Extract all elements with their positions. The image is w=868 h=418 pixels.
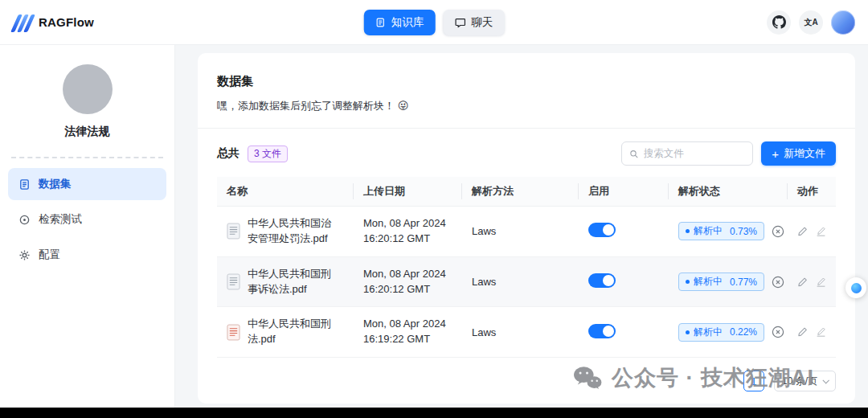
config-gear-icon	[18, 249, 31, 261]
sidebar-item-retrieval-test-label: 检索测试	[39, 212, 82, 227]
chevron-down-icon	[822, 377, 829, 383]
wink-emoji: 😜	[398, 100, 409, 112]
parse-status-badge: 解析中 0.77%	[678, 273, 764, 291]
header-actions: 文A	[767, 10, 855, 35]
enable-switch[interactable]	[588, 273, 616, 288]
nav-chat[interactable]: 聊天	[443, 10, 504, 35]
page-title: 数据集	[217, 74, 836, 89]
rename-icon[interactable]	[816, 326, 826, 338]
table-row: 中华人民共和国刑事诉讼法.pdf Mon, 08 Apr 2024 16:20:…	[217, 256, 836, 307]
cancel-circle-icon	[772, 276, 784, 289]
status-dot-icon	[686, 229, 690, 233]
col-parse-method: 解析方法	[462, 177, 579, 207]
parse-status-badge: 解析中 0.73%	[678, 222, 764, 240]
dataset-card: 数据集 嘿，添加数据集后别忘了调整解析块！ 😜 总共 3 文件	[198, 53, 855, 404]
status-percent: 0.77%	[730, 277, 757, 288]
watermark: 公众号 · 技术狂潮AI	[572, 363, 814, 392]
status-label: 解析中	[694, 275, 723, 289]
parse-method[interactable]: Laws	[472, 276, 496, 288]
add-file-button-label: 新增文件	[784, 146, 825, 161]
github-icon	[772, 15, 786, 29]
sidebar-item-dataset-label: 数据集	[39, 177, 72, 191]
file-name[interactable]: 中华人民共和国治安管理处罚法.pdf	[248, 216, 341, 247]
sidebar-menu: 数据集 检索测试 配置	[0, 168, 174, 271]
sidebar-item-dataset[interactable]: 数据集	[8, 168, 166, 200]
sidebar: 法律法规 数据集 检索测试 配置	[0, 45, 175, 408]
upload-date: Mon, 08 Apr 2024 16:20:12 GMT	[363, 267, 452, 297]
col-enabled: 启用	[579, 177, 669, 207]
bottom-bar	[0, 408, 868, 418]
cancel-parse-button[interactable]	[772, 225, 784, 238]
status-dot-icon	[686, 330, 690, 334]
table-row: 中华人民共和国治安管理处罚法.pdf Mon, 08 Apr 2024 16:2…	[217, 207, 836, 257]
sidebar-item-retrieval-test[interactable]: 检索测试	[8, 203, 166, 236]
col-upload-date: 上传日期	[354, 177, 462, 207]
file-name[interactable]: 中华人民共和国刑法.pdf	[248, 317, 341, 347]
search-input[interactable]	[644, 148, 746, 159]
table-header-row: 名称 上传日期 解析方法 启用 解析状态 动作	[217, 177, 836, 207]
watermark-text: 公众号 · 技术狂潮AI	[612, 363, 814, 392]
cancel-parse-button[interactable]	[772, 276, 784, 289]
helper-dot-icon	[851, 283, 862, 293]
sidebar-item-config-label: 配置	[39, 248, 60, 262]
app-header: RAGFlow 知识库 聊天 文A	[0, 0, 868, 45]
enable-switch[interactable]	[588, 324, 616, 338]
parse-method[interactable]: Laws	[472, 326, 496, 338]
nav-knowledge-base-label: 知识库	[391, 15, 424, 30]
status-label: 解析中	[694, 326, 723, 339]
pdf-file-icon	[227, 223, 240, 240]
col-name: 名称	[217, 177, 354, 207]
edit-icon[interactable]	[797, 277, 808, 288]
cancel-circle-icon	[772, 225, 784, 238]
wechat-icon	[572, 365, 603, 391]
floating-helper-button[interactable]	[845, 277, 866, 298]
status-dot-icon	[686, 280, 690, 284]
toolbar-right: + 新增文件	[621, 141, 836, 166]
ragflow-logo-icon	[14, 13, 31, 32]
rename-icon[interactable]	[816, 226, 826, 237]
cancel-circle-icon	[772, 326, 784, 338]
language-button[interactable]: 文A	[799, 10, 823, 35]
chat-icon	[454, 17, 465, 28]
card-divider	[198, 128, 855, 129]
brand-name: RAGFlow	[39, 15, 94, 29]
add-file-button[interactable]: + 新增文件	[761, 141, 836, 166]
brand: RAGFlow	[0, 13, 94, 32]
toolbar: 总共 3 文件 + 新增文件	[217, 141, 836, 166]
user-avatar[interactable]	[831, 10, 855, 35]
status-label: 解析中	[694, 224, 723, 238]
search-icon	[629, 149, 638, 159]
page-subtitle-text: 嘿，添加数据集后别忘了调整解析块！	[217, 100, 395, 112]
github-button[interactable]	[767, 10, 791, 35]
pdf-file-icon	[227, 273, 240, 290]
parse-method[interactable]: Laws	[472, 225, 496, 237]
file-name[interactable]: 中华人民共和国刑事诉讼法.pdf	[248, 267, 341, 297]
dataset-icon	[18, 178, 31, 191]
plus-icon: +	[772, 148, 779, 160]
pdf-file-icon	[227, 324, 240, 341]
nav-knowledge-base[interactable]: 知识库	[364, 10, 436, 35]
edit-icon[interactable]	[797, 226, 808, 237]
sidebar-divider	[11, 157, 163, 158]
files-table: 名称 上传日期 解析方法 启用 解析状态 动作	[217, 177, 836, 358]
main-nav: 知识库 聊天	[364, 10, 505, 35]
file-count-badge: 3 文件	[248, 145, 288, 162]
language-icon: 文A	[804, 17, 817, 28]
total-label: 总共	[217, 146, 240, 161]
sidebar-item-config[interactable]: 配置	[8, 239, 166, 271]
rename-icon[interactable]	[816, 277, 826, 288]
enable-switch[interactable]	[588, 223, 616, 237]
kb-name: 法律法规	[0, 125, 174, 139]
nav-chat-label: 聊天	[471, 15, 493, 30]
page-subtitle: 嘿，添加数据集后别忘了调整解析块！ 😜	[217, 99, 836, 113]
col-parse-status: 解析状态	[669, 177, 788, 207]
col-actions: 动作	[788, 177, 836, 207]
edit-icon[interactable]	[797, 326, 808, 338]
layout: 法律法规 数据集 检索测试 配置	[0, 45, 868, 408]
main-area: 数据集 嘿，添加数据集后别忘了调整解析块！ 😜 总共 3 文件	[175, 45, 868, 408]
status-percent: 0.73%	[730, 226, 757, 237]
search-box	[621, 141, 753, 166]
cancel-parse-button[interactable]	[772, 326, 784, 338]
table-row: 中华人民共和国刑法.pdf Mon, 08 Apr 2024 16:19:22 …	[217, 307, 836, 358]
retrieval-test-icon	[18, 214, 31, 226]
